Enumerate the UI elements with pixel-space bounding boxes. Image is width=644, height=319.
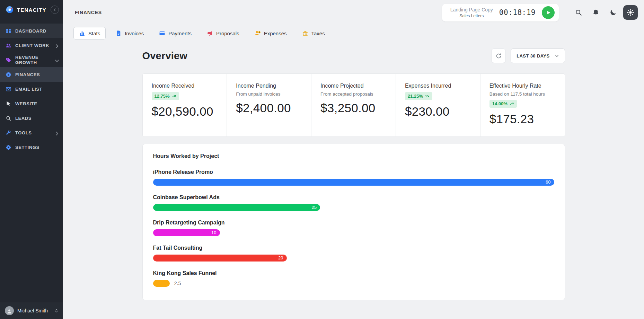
chevron-right-icon (54, 131, 60, 136)
sidebar-nav: DASHBOARDCLIENT WORKREVENUE GROWTH$FINAN… (0, 24, 63, 154)
tab-label: Stats (88, 30, 100, 36)
sidebar-item-website[interactable]: WEBSITE (0, 96, 63, 111)
bar-value: 20 (278, 255, 283, 262)
tenacity-logo-icon (6, 6, 14, 14)
dashboard-icon (6, 28, 11, 34)
stat-subtext: Based on 117.5 total hours (489, 91, 556, 97)
sidebar-item-label: REVENUE GROWTH (15, 55, 50, 65)
document-icon (115, 30, 122, 36)
sidebar-item-settings[interactable]: SETTINGS (0, 140, 63, 154)
timer-widget[interactable]: Landing Page Copy Sales Letters 00:18:19 (442, 4, 559, 21)
sidebar-item-client-work[interactable]: CLIENT WORK (0, 38, 63, 53)
cursor-icon (6, 101, 11, 107)
bar-segment[interactable]: 20 (153, 255, 287, 262)
gear-icon (6, 144, 11, 150)
notifications-button[interactable] (589, 5, 603, 20)
bar-row-drip-retargeting-campaign: Drip Retargeting Campaign10 (153, 220, 554, 236)
bar-track: 2.5 (153, 280, 554, 287)
bar-track: 25 (153, 204, 554, 211)
sidebar-item-dashboard[interactable]: DASHBOARD (0, 24, 63, 38)
sidebar-item-label: WEBSITE (15, 101, 37, 106)
tab-taxes[interactable]: Taxes (297, 27, 330, 39)
stat-subtext: From accepted proposals (320, 91, 387, 97)
coin-icon: $ (6, 72, 11, 78)
stat-badge-value: 14.00% (492, 101, 508, 106)
date-range-dropdown[interactable]: LAST 30 DAYS (511, 48, 565, 63)
sidebar-item-finances[interactable]: $FINANCES (0, 67, 63, 82)
topbar: FINANCES Landing Page Copy Sales Letters… (63, 0, 644, 21)
main-area: FINANCES Landing Page Copy Sales Letters… (63, 0, 644, 319)
timer-play-button[interactable] (542, 6, 555, 19)
bar-track: 10 (153, 229, 554, 236)
sidebar-item-label: SETTINGS (15, 145, 39, 150)
bar-value: 2.5 (174, 281, 181, 286)
bar-segment[interactable] (153, 280, 170, 287)
stat-label: Income Projected (320, 83, 387, 89)
bar-label: Coinbase Superbowl Ads (153, 194, 554, 201)
person-icon (7, 309, 12, 314)
trend-down-icon (425, 94, 430, 98)
sidebar-item-label: LEADS (15, 116, 32, 121)
credit-card-icon (159, 30, 165, 36)
search-button[interactable] (571, 5, 586, 20)
tab-label: Payments (168, 30, 192, 36)
logo-row: TENACITY (0, 0, 63, 19)
bar-segment[interactable]: 10 (153, 229, 220, 236)
bar-row-king-kong-sales-funnel: King Kong Sales Funnel2.5 (153, 270, 554, 287)
bar-track: 20 (153, 255, 554, 262)
sidebar-item-tools[interactable]: TOOLS (0, 125, 63, 140)
sidebar-item-revenue-growth[interactable]: REVENUE GROWTH (0, 53, 63, 67)
tab-expenses[interactable]: $Expenses (249, 27, 292, 39)
bar-chart: iPhone Release Promo60Coinbase Superbowl… (153, 169, 554, 287)
bar-row-coinbase-superbowl-ads: Coinbase Superbowl Ads25 (153, 194, 554, 211)
stat-label: Income Received (152, 83, 218, 89)
chevron-up-down-icon (54, 308, 59, 313)
stat-label: Expenses Incurred (405, 83, 471, 89)
tab-label: Expenses (264, 30, 287, 36)
tab-stats[interactable]: Stats (73, 27, 106, 39)
stat-badge-value: 12.75% (155, 94, 170, 99)
sun-icon (627, 9, 634, 16)
stat-label: Effective Hourly Rate (489, 83, 556, 89)
tab-label: Taxes (311, 30, 325, 36)
bar-segment[interactable]: 60 (153, 179, 554, 186)
bar-value: 25 (312, 204, 317, 211)
stat-value: $2,400.00 (236, 101, 302, 115)
tab-invoices[interactable]: Invoices (110, 27, 149, 39)
refresh-button[interactable] (491, 48, 506, 63)
stat-value: $20,590.00 (152, 105, 218, 118)
user-menu[interactable]: Michael Smith (0, 302, 63, 319)
stat-card-expenses-incurred: Expenses Incurred21.25%$230.00 (396, 74, 480, 136)
person-dollar-icon: $ (255, 30, 261, 36)
bar-row-fat-tail-consulting: Fat Tail Consulting20 (153, 245, 554, 262)
stat-trend-badge: 21.25% (405, 92, 432, 100)
chevron-right-icon (54, 43, 60, 49)
sidebar-item-email-list[interactable]: EMAIL LIST (0, 82, 63, 96)
stat-trend-badge: 12.75% (152, 92, 179, 100)
sidebar-item-label: EMAIL LIST (15, 87, 42, 92)
dark-mode-button[interactable] (606, 5, 620, 20)
tag-icon (6, 57, 11, 63)
tab-payments[interactable]: Payments (153, 27, 197, 39)
people-icon (6, 43, 11, 48)
trend-up-icon (172, 94, 176, 98)
app-title: TENACITY (17, 7, 46, 13)
tab-proposals[interactable]: Proposals (201, 27, 245, 39)
stat-card-income-pending: Income PendingFrom unpaid invoices$2,400… (227, 74, 311, 136)
svg-text:$: $ (8, 73, 9, 76)
stat-card-income-received: Income Received12.75%$20,590.00 (143, 74, 227, 136)
sidebar-item-leads[interactable]: LEADS (0, 111, 63, 125)
light-mode-button[interactable] (623, 5, 638, 20)
tab-label: Invoices (125, 30, 144, 36)
bar-value: 60 (546, 179, 550, 186)
content: Overview LAST 30 DAYS Income Received12.… (142, 39, 565, 300)
chevron-down-icon (54, 58, 60, 64)
sidebar-collapse-button[interactable] (51, 6, 59, 14)
bar-label: Drip Retargeting Campaign (153, 220, 554, 226)
stat-value: $230.00 (405, 105, 471, 118)
moon-icon (609, 9, 617, 16)
timer-project: Landing Page Copy (450, 7, 493, 12)
wrench-icon (6, 130, 11, 136)
bank-icon (302, 30, 308, 36)
bar-segment[interactable]: 25 (153, 204, 320, 211)
